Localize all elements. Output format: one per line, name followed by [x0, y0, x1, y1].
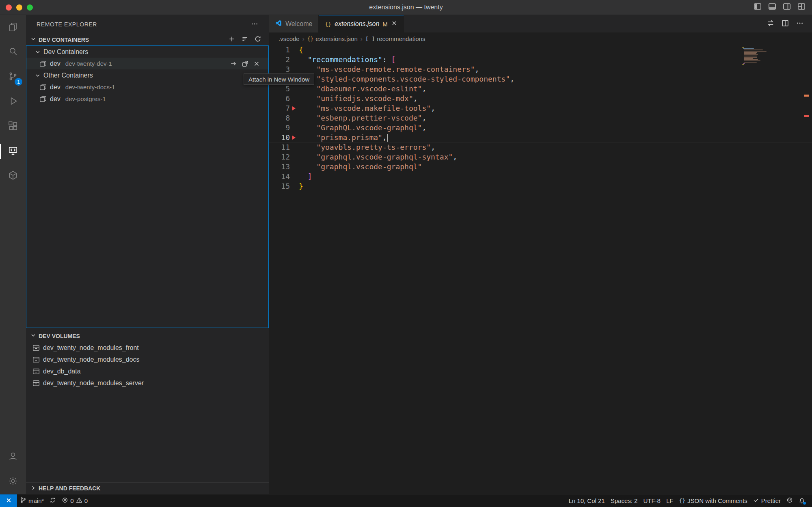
code-text: "ms-vscode.makefile-tools",	[299, 104, 435, 113]
minimize-window-button[interactable]	[16, 4, 22, 11]
activity-search[interactable]	[0, 40, 26, 65]
tree-group-dev-containers[interactable]: Dev Containers	[26, 46, 268, 58]
line-number[interactable]: 1	[269, 45, 290, 55]
code-line[interactable]: 6 "unifiedjs.vscode-mdx",	[269, 94, 812, 104]
code-line[interactable]: 9 "GraphQL.vscode-graphql",	[269, 123, 812, 133]
attach-container-icon[interactable]	[230, 60, 238, 67]
code-line[interactable]: 13 "graphql.vscode-graphql"	[269, 162, 812, 172]
json-symbol-icon: {}	[307, 36, 314, 42]
code-text: "yoavbls.pretty-ts-errors",	[299, 142, 435, 152]
code-line[interactable]: 4 "styled-components.vscode-styled-compo…	[269, 74, 812, 84]
activity-run-debug[interactable]	[0, 89, 26, 114]
volume-item[interactable]: dev_twenty_node_modules_server	[26, 377, 269, 389]
tree-item-dev-postgres-1[interactable]: dev dev-postgres-1	[26, 93, 268, 105]
code-line[interactable]: 2 "recommendations": [	[269, 55, 812, 65]
pane-title: REMOTE EXPLORER	[37, 21, 97, 28]
code-line[interactable]: 12 "graphql.vscode-graphql-syntax",	[269, 152, 812, 162]
remote-indicator[interactable]	[0, 494, 17, 507]
code-line[interactable]: 14 ]	[269, 172, 812, 181]
more-actions-icon[interactable]	[796, 19, 804, 29]
activity-remote-explorer[interactable]	[0, 139, 26, 164]
indentation-status[interactable]: Spaces: 2	[608, 494, 641, 507]
line-number[interactable]: 15	[269, 181, 290, 191]
volume-icon	[32, 356, 40, 363]
tree-item-dev-twenty-dev-1[interactable]: dev dev-twenty-dev-1	[26, 58, 268, 69]
code-line[interactable]: 15}	[269, 181, 812, 191]
more-actions-icon[interactable]	[251, 20, 258, 29]
code-line[interactable]: 3 "ms-vscode-remote.remote-containers",	[269, 65, 812, 74]
cursor-position-status[interactable]: Ln 10, Col 21	[566, 494, 607, 507]
problems-status[interactable]: 0 0	[59, 494, 91, 507]
line-number[interactable]: 11	[269, 142, 290, 152]
line-number[interactable]: 10	[269, 133, 290, 142]
activity-bar: 1	[0, 15, 26, 494]
line-number[interactable]: 3	[269, 65, 290, 74]
code-text: }	[299, 181, 303, 191]
activity-extensions[interactable]	[0, 114, 26, 139]
tree-group-other-containers[interactable]: Other Containers	[26, 69, 268, 81]
notifications-button[interactable]	[796, 494, 808, 507]
tab-extensions-json[interactable]: {} extensions.json M	[319, 15, 404, 32]
filter-icon[interactable]	[241, 35, 248, 44]
feedback-button[interactable]	[784, 494, 796, 507]
line-number[interactable]: 5	[269, 84, 290, 94]
title-bar: extensions.json — twenty	[0, 0, 812, 15]
section-help-and-feedback[interactable]: HELP AND FEEDBACK	[26, 482, 269, 494]
line-number[interactable]: 2	[269, 55, 290, 65]
code-line[interactable]: 1{	[269, 45, 812, 55]
volume-item[interactable]: dev_twenty_node_modules_front	[26, 342, 269, 354]
code-line[interactable]: 11 "yoavbls.pretty-ts-errors",	[269, 142, 812, 152]
language-mode-status[interactable]: {} JSON with Comments	[676, 494, 750, 507]
line-number[interactable]: 12	[269, 152, 290, 162]
eol-status[interactable]: LF	[663, 494, 676, 507]
section-dev-containers[interactable]: DEV CONTAINERS	[26, 34, 269, 45]
zoom-window-button[interactable]	[27, 4, 33, 11]
minimap[interactable]	[742, 47, 767, 65]
sync-status[interactable]	[47, 494, 59, 507]
line-number[interactable]: 8	[269, 113, 290, 123]
code-line[interactable]: 5 "dbaeumer.vscode-eslint",	[269, 84, 812, 94]
line-number[interactable]: 7	[269, 104, 290, 113]
code-editor[interactable]: 1{2 "recommendations": [3 "ms-vscode-rem…	[269, 45, 812, 494]
toggle-panel-icon[interactable]	[768, 2, 776, 12]
line-number[interactable]: 6	[269, 94, 290, 104]
customize-layout-icon[interactable]	[797, 2, 806, 12]
activity-accounts[interactable]	[0, 444, 26, 469]
tree-item-dev-twenty-docs-1[interactable]: dev dev-twenty-docs-1	[26, 81, 268, 93]
close-window-button[interactable]	[6, 4, 12, 11]
activity-settings[interactable]	[0, 469, 26, 494]
breadcrumb-file[interactable]: {}extensions.json	[307, 35, 358, 42]
formatter-status[interactable]: Prettier	[750, 494, 784, 507]
split-editor-icon[interactable]	[781, 19, 789, 29]
minimap-line	[744, 54, 758, 55]
open-changes-icon[interactable]	[767, 19, 775, 29]
code-line[interactable]: 7 "ms-vscode.makefile-tools",	[269, 104, 812, 113]
gutter-spacer	[290, 55, 298, 65]
volume-item[interactable]: dev_db_data	[26, 365, 269, 377]
volume-item[interactable]: dev_twenty_node_modules_docs	[26, 354, 269, 365]
close-tab-icon[interactable]	[391, 20, 397, 28]
add-icon[interactable]	[228, 35, 235, 44]
refresh-icon[interactable]	[254, 35, 261, 44]
toggle-secondary-sidebar-icon[interactable]	[783, 2, 791, 12]
item-name: dev	[50, 95, 60, 103]
toggle-primary-sidebar-icon[interactable]	[754, 2, 762, 12]
git-branch-status[interactable]: main*	[17, 494, 47, 507]
line-number[interactable]: 13	[269, 162, 290, 172]
code-line[interactable]: 10 "prisma.prisma",	[269, 133, 812, 142]
minimap-line	[744, 50, 763, 50]
breadcrumb-symbol[interactable]: [ ]recommendations	[365, 35, 425, 42]
line-number[interactable]: 9	[269, 123, 290, 133]
chevron-right-icon: ›	[302, 35, 304, 42]
stop-container-icon[interactable]	[253, 60, 260, 67]
activity-explorer[interactable]	[0, 15, 26, 40]
line-number[interactable]: 14	[269, 172, 290, 181]
activity-dev-containers[interactable]	[0, 164, 26, 188]
code-line[interactable]: 8 "esbenp.prettier-vscode",	[269, 113, 812, 123]
breadcrumb-folder[interactable]: .vscode	[279, 35, 300, 42]
attach-new-window-icon[interactable]	[242, 60, 249, 67]
tab-welcome[interactable]: Welcome	[269, 15, 319, 32]
encoding-status[interactable]: UTF-8	[640, 494, 663, 507]
section-dev-volumes[interactable]: DEV VOLUMES	[26, 330, 269, 342]
activity-source-control[interactable]: 1	[0, 65, 26, 89]
